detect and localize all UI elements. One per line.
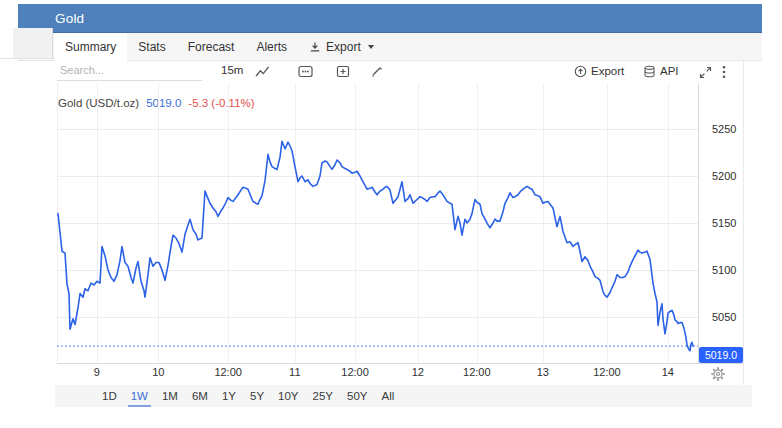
range-6m[interactable]: 6M xyxy=(185,385,215,407)
export-button-label: Export xyxy=(591,65,624,77)
y-tick-label: 5250 xyxy=(712,123,736,135)
x-tick-label: 11 xyxy=(275,366,315,378)
gold-chart-page: Gold Summary Stats Forecast Alerts xyxy=(0,0,782,428)
x-tick-label: 12 xyxy=(398,366,438,378)
app-header: Gold xyxy=(18,4,762,33)
database-icon xyxy=(643,65,656,78)
x-tick-label: 10 xyxy=(138,366,178,378)
range-1d-label: 1D xyxy=(102,390,117,402)
api-button[interactable]: API xyxy=(643,61,679,81)
panel-divider xyxy=(743,61,744,385)
range-5y[interactable]: 5Y xyxy=(243,385,271,407)
range-1y-label: 1Y xyxy=(222,390,236,402)
tab-alerts[interactable]: Alerts xyxy=(245,33,298,61)
tab-summary-label: Summary xyxy=(65,40,116,54)
range-all[interactable]: All xyxy=(374,385,401,407)
y-axis[interactable]: 52505200515051005050 xyxy=(698,83,743,364)
tab-stats-label: Stats xyxy=(138,40,165,54)
export-icon xyxy=(574,65,587,78)
range-10y[interactable]: 10Y xyxy=(271,385,305,407)
y-tick-label: 5050 xyxy=(712,311,736,323)
range-50y[interactable]: 50Y xyxy=(340,385,374,407)
range-1y[interactable]: 1Y xyxy=(215,385,243,407)
tab-forecast-label: Forecast xyxy=(188,40,235,54)
range-25y-label: 25Y xyxy=(313,390,333,402)
tab-stats[interactable]: Stats xyxy=(127,33,176,61)
page-title: Gold xyxy=(55,11,84,26)
x-tick-label: 14 xyxy=(648,366,688,378)
gear-icon[interactable] xyxy=(710,366,726,382)
chart-style-icon[interactable] xyxy=(252,61,272,81)
export-button[interactable]: Export xyxy=(574,61,624,81)
range-selector: 1D 1W 1M 6M 1Y 5Y 10Y 25Y 50Y All xyxy=(55,385,752,407)
page-edge-line xyxy=(0,58,55,59)
current-price-badge: 5019.0 xyxy=(699,347,743,363)
range-all-label: All xyxy=(381,390,394,402)
range-1w[interactable]: 1W xyxy=(124,385,155,407)
tab-alerts-label: Alerts xyxy=(256,40,287,54)
range-1d[interactable]: 1D xyxy=(95,385,124,407)
tab-export[interactable]: Export xyxy=(298,33,385,61)
range-1w-label: 1W xyxy=(131,390,148,402)
chevron-down-icon xyxy=(368,45,374,49)
y-tick-label: 5150 xyxy=(712,217,736,229)
x-tick-label: 12:00 xyxy=(587,366,627,378)
tab-export-label: Export xyxy=(326,40,361,54)
x-tick-label: 12:00 xyxy=(208,366,248,378)
range-50y-label: 50Y xyxy=(347,390,367,402)
download-icon xyxy=(309,41,321,53)
tab-forecast[interactable]: Forecast xyxy=(177,33,246,61)
fullscreen-icon[interactable] xyxy=(695,62,715,82)
more-icon[interactable] xyxy=(717,62,731,82)
interval-button[interactable]: 15m xyxy=(221,64,243,76)
draw-icon[interactable] xyxy=(367,61,387,81)
x-axis[interactable]: 91012:001112:001212:001312:0014 xyxy=(0,366,782,380)
range-10y-label: 10Y xyxy=(278,390,298,402)
y-tick-label: 5200 xyxy=(712,170,736,182)
tab-list: Summary Stats Forecast Alerts Export xyxy=(18,33,762,61)
search-input[interactable] xyxy=(57,62,202,81)
x-axis-line xyxy=(57,363,743,364)
x-tick-label: 13 xyxy=(523,366,563,378)
api-button-label: API xyxy=(660,65,679,77)
tab-summary[interactable]: Summary xyxy=(54,33,127,61)
range-1m[interactable]: 1M xyxy=(155,385,185,407)
indicators-icon[interactable] xyxy=(295,61,315,81)
compare-icon[interactable] xyxy=(333,61,353,81)
x-tick-label: 12:00 xyxy=(335,366,375,378)
x-tick-label: 9 xyxy=(77,366,117,378)
x-tick-label: 12:00 xyxy=(457,366,497,378)
tab-bar: Summary Stats Forecast Alerts Export xyxy=(18,33,762,61)
range-25y[interactable]: 25Y xyxy=(306,385,340,407)
range-5y-label: 5Y xyxy=(250,390,264,402)
page-edge-block xyxy=(13,28,53,59)
price-line-chart[interactable] xyxy=(57,83,698,363)
range-1m-label: 1M xyxy=(162,390,178,402)
y-tick-label: 5100 xyxy=(712,264,736,276)
range-6m-label: 6M xyxy=(192,390,208,402)
